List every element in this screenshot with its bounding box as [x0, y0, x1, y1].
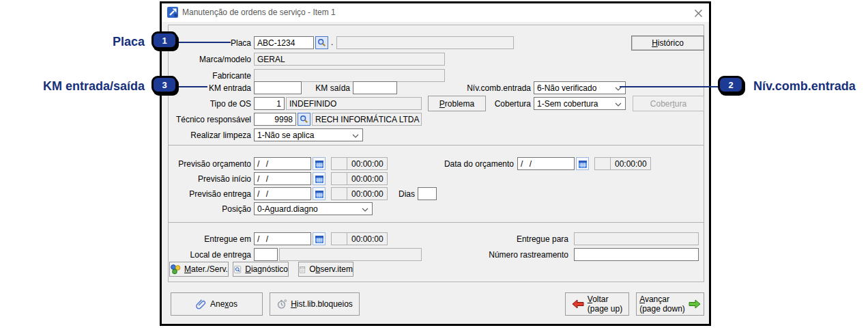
- label-post: istórico: [658, 38, 684, 48]
- mater-serv-button[interactable]: Mater./Serv.: [169, 262, 229, 277]
- entregue-para-field: [574, 232, 699, 245]
- voltar-button[interactable]: Voltar (page up): [565, 292, 629, 316]
- entregue-em-date-input[interactable]: / /: [254, 232, 311, 245]
- tecnico-input[interactable]: 9998: [254, 113, 296, 126]
- prev-inicio-label: Previsão início: [171, 172, 251, 185]
- cobertura-button-label: Cobertura: [650, 99, 686, 109]
- prev-entrega-time-field: 00:00:00: [347, 187, 388, 200]
- label-pre: Ane: [210, 299, 225, 309]
- cobertura-button: Cobertura: [633, 96, 704, 111]
- section-divider: [169, 222, 704, 223]
- label-post: iagnóstico: [251, 264, 288, 274]
- label-accel: M: [184, 264, 191, 274]
- cobertura-value: 1-Sem cobertura: [537, 99, 598, 109]
- paperclip-icon: [196, 299, 207, 310]
- km-entrada-label: KM entrada: [171, 81, 251, 94]
- annotation-badge-2: 2: [718, 76, 744, 94]
- data-orcamento-label: Data do orçamento: [431, 157, 514, 170]
- local-entrega-input[interactable]: [254, 248, 278, 261]
- historico-button[interactable]: Histórico: [631, 36, 704, 51]
- tecnico-name-field: RECH INFORMÁTICA LTDA: [312, 113, 422, 126]
- prev-inicio-date-input[interactable]: / /: [254, 172, 311, 185]
- limpeza-label: Realizar limpeza: [171, 128, 251, 141]
- tecnico-lookup-button[interactable]: [298, 113, 310, 126]
- calendar-icon[interactable]: [313, 157, 326, 170]
- label-accel: A: [639, 294, 645, 304]
- entregue-em-time-field: 00:00:00: [347, 232, 388, 245]
- rastreamento-label: Número rastreamento: [479, 248, 568, 261]
- hist-lib-bloqueios-button[interactable]: Hist.lib.bloqueios: [270, 292, 360, 316]
- chevron-down-icon: [362, 208, 368, 212]
- annotation-line-km: [179, 86, 207, 87]
- voltar-line1: Voltar: [588, 294, 609, 304]
- prev-orcamento-date-input[interactable]: / /: [254, 157, 311, 170]
- section-divider: [169, 145, 704, 146]
- km-entrada-input[interactable]: [254, 81, 302, 94]
- page: Manutenção de ordens de serviço - Item 1…: [0, 0, 868, 330]
- limpeza-value: 1-Não se aplica: [257, 130, 314, 140]
- annotation-placa-label: Placa: [41, 32, 145, 51]
- prev-inicio-time-spacer: [331, 172, 347, 185]
- placa-description-field: [336, 36, 514, 49]
- calendar-icon[interactable]: [576, 157, 589, 170]
- calendar-icon[interactable]: [313, 172, 326, 185]
- calendar-icon[interactable]: [313, 187, 326, 200]
- service-order-dialog: Manutenção de ordens de serviço - Item 1…: [160, 1, 711, 326]
- label-post: serv.item: [320, 264, 353, 274]
- annotation-niv-label: Nív.comb.entrada: [753, 77, 856, 96]
- prev-entrega-date-input[interactable]: / /: [254, 187, 311, 200]
- data-orcamento-date-input[interactable]: / /: [517, 157, 575, 170]
- posicao-label: Posição: [171, 202, 251, 215]
- arrow-left-icon: [572, 299, 584, 309]
- niv-comb-value: 6-Não verificado: [537, 83, 596, 93]
- label-post: vançar: [645, 294, 669, 304]
- tipo-os-description-field: INDEFINIDO: [286, 97, 422, 110]
- tecnico-label: Técnico responsável: [171, 113, 251, 126]
- dias-label: Dias: [392, 187, 415, 200]
- placa-lookup-button[interactable]: [315, 36, 328, 49]
- local-entrega-description-field: [279, 248, 422, 261]
- posicao-select[interactable]: 0-Aguard.diagno: [254, 202, 373, 215]
- marca-field: GERAL: [254, 53, 445, 66]
- materials-icon: [170, 264, 181, 275]
- magnifier-icon: [300, 115, 308, 124]
- label-pre: Cober: [650, 99, 673, 109]
- tipo-os-input[interactable]: 1: [254, 97, 285, 110]
- calendar-icon[interactable]: [313, 232, 326, 245]
- entregue-em-time-spacer: [331, 232, 347, 245]
- avancar-button[interactable]: Avançar (page down): [636, 292, 704, 316]
- voltar-line2: (page up): [588, 304, 622, 314]
- entregue-em-label: Entregue em: [171, 232, 251, 245]
- prev-entrega-label: Previsão entrega: [171, 187, 251, 200]
- label-post: oltar: [592, 294, 608, 304]
- voltar-button-label: Voltar (page up): [588, 294, 622, 314]
- annotation-badge-1: 1: [151, 31, 177, 49]
- label-post: ist.lib.bloqueios: [297, 299, 353, 309]
- dias-input[interactable]: [418, 187, 437, 200]
- mater-serv-button-label: Mater./Serv.: [184, 264, 228, 274]
- observ-item-button[interactable]: Observ.item: [298, 262, 353, 277]
- avancar-button-label: Avançar (page down): [639, 294, 685, 314]
- app-icon: [167, 7, 178, 18]
- rastreamento-input[interactable]: [574, 248, 699, 261]
- chevron-down-icon: [352, 134, 359, 138]
- tipo-os-label: Tipo de OS: [171, 97, 251, 110]
- entregue-para-label: Entregue para: [486, 232, 568, 245]
- cobertura-select[interactable]: 1-Sem cobertura: [534, 97, 626, 110]
- notepad-icon: [299, 264, 306, 275]
- limpeza-select[interactable]: 1-Não se aplica: [254, 128, 363, 141]
- anexos-button[interactable]: Anexos: [171, 292, 263, 316]
- niv-comb-label: Nív.comb.entrada: [448, 81, 531, 94]
- placa-input[interactable]: ABC-1234: [254, 36, 314, 49]
- label-accel: H: [291, 299, 297, 309]
- fabricante-field: [254, 69, 445, 82]
- km-saida-input[interactable]: [353, 81, 397, 94]
- chevron-down-icon: [615, 102, 622, 107]
- label-post: ura: [675, 99, 686, 109]
- title-bar: Manutenção de ordens de serviço - Item 1: [162, 3, 709, 22]
- annotation-km-label: KM entrada/saída: [0, 77, 145, 96]
- niv-comb-select[interactable]: 6-Não verificado: [534, 81, 626, 94]
- close-icon[interactable]: [692, 7, 704, 19]
- diagnostico-button[interactable]: Diagnóstico: [233, 262, 289, 277]
- prev-orcamento-time-spacer: [331, 157, 347, 170]
